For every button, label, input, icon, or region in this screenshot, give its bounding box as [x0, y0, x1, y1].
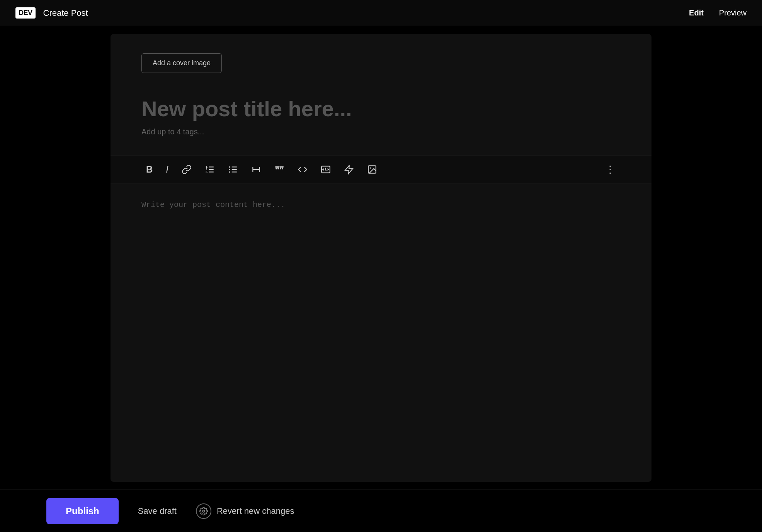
- link-icon: [182, 164, 192, 175]
- embed-button[interactable]: [339, 161, 359, 178]
- content-area: [111, 183, 651, 409]
- quote-button[interactable]: " ": [270, 161, 289, 178]
- code-block-icon: [321, 164, 331, 175]
- italic-button[interactable]: I: [161, 162, 173, 177]
- more-options-icon: ⋮: [605, 164, 616, 175]
- page-title: Create Post: [43, 8, 88, 18]
- post-title-input[interactable]: [141, 96, 621, 121]
- bottom-bar: Publish Save draft Revert new changes: [0, 490, 762, 532]
- image-button[interactable]: [362, 161, 382, 178]
- link-button[interactable]: [177, 161, 196, 178]
- svg-point-17: [370, 168, 371, 169]
- ordered-list-icon: 1. 2. 3.: [205, 164, 215, 175]
- dev-logo[interactable]: DEV: [15, 7, 36, 19]
- more-options-button[interactable]: ⋮: [600, 161, 621, 178]
- bold-button[interactable]: B: [141, 162, 157, 177]
- editor-container: Add a cover image B I: [111, 34, 651, 482]
- content-textarea[interactable]: [141, 199, 621, 392]
- svg-point-9: [229, 166, 230, 168]
- editor-toolbar: B I 1. 2. 3.: [111, 156, 651, 183]
- inline-code-button[interactable]: [293, 161, 312, 178]
- svg-point-11: [229, 171, 230, 173]
- svg-point-10: [229, 169, 230, 170]
- svg-point-18: [202, 510, 205, 512]
- heading-icon: [251, 164, 261, 175]
- main-content: Add a cover image B I: [0, 26, 762, 482]
- revert-section[interactable]: Revert new changes: [196, 503, 294, 519]
- image-icon: [367, 164, 377, 175]
- svg-line-15: [325, 168, 326, 171]
- cover-section: Add a cover image: [111, 34, 651, 85]
- svg-text:3.: 3.: [206, 170, 208, 174]
- heading-button[interactable]: [247, 161, 266, 178]
- lightning-icon: [344, 164, 354, 175]
- add-cover-button[interactable]: Add a cover image: [141, 53, 222, 73]
- unordered-list-icon: [228, 164, 238, 175]
- svg-text:": ": [279, 164, 284, 175]
- code-block-button[interactable]: [316, 161, 335, 178]
- unordered-list-button[interactable]: [223, 161, 243, 178]
- navbar: DEV Create Post Edit Preview: [0, 0, 762, 26]
- bold-icon: B: [146, 165, 153, 174]
- tags-input[interactable]: [141, 127, 621, 136]
- gear-icon: [196, 503, 211, 519]
- navbar-left: DEV Create Post: [15, 7, 88, 19]
- save-draft-button[interactable]: Save draft: [134, 502, 180, 520]
- quote-icon: " ": [274, 164, 284, 175]
- navbar-right: Edit Preview: [689, 8, 747, 17]
- ordered-list-button[interactable]: 1. 2. 3.: [200, 161, 219, 178]
- inline-code-icon: [298, 164, 308, 175]
- italic-icon: I: [166, 165, 168, 174]
- revert-label: Revert new changes: [217, 506, 294, 516]
- title-section: [111, 85, 651, 140]
- nav-edit-link[interactable]: Edit: [689, 8, 704, 17]
- nav-preview-link[interactable]: Preview: [719, 8, 747, 17]
- publish-button[interactable]: Publish: [46, 498, 119, 524]
